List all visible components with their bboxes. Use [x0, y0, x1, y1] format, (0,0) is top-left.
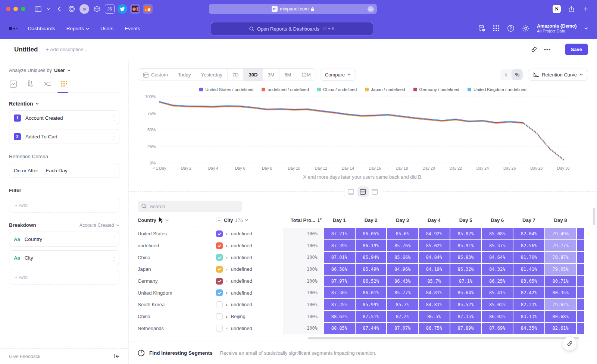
view-table-only-button[interactable] [369, 186, 381, 197]
retention-cell[interactable]: 85.64% [450, 287, 482, 299]
retention-cell[interactable]: 81.41% [513, 263, 545, 275]
retention-cell[interactable]: 79.62% [545, 299, 576, 311]
retention-section-header[interactable]: Retention [9, 101, 119, 107]
nav-link-dashboards[interactable]: Dashboards [28, 26, 55, 31]
expand-row-icon[interactable]: › [226, 279, 228, 283]
retention-cell[interactable]: 86.19% [355, 240, 387, 252]
chevron-down-icon[interactable] [47, 8, 50, 10]
day-column-header[interactable]: Day 3 [387, 217, 418, 223]
copy-link-icon[interactable] [531, 46, 537, 53]
country-cell[interactable]: United Kingdom [138, 290, 216, 296]
give-feedback-link[interactable]: Give Feedback [9, 354, 40, 359]
new-tab-icon[interactable] [583, 6, 588, 12]
retention-cell[interactable]: 86.75% [418, 323, 450, 335]
bird-favicon[interactable] [118, 4, 127, 14]
address-menu-icon[interactable]: ••• [368, 6, 374, 12]
breakdown-menu-icon[interactable]: ●●● [113, 235, 115, 243]
day-column-header[interactable]: Day 2 [355, 217, 387, 223]
retention-cell[interactable]: 79.05% [545, 263, 576, 275]
retention-cell[interactable]: 82.56% [513, 240, 545, 252]
retention-cell[interactable]: 88.85% [323, 323, 355, 335]
legend-item[interactable]: China / undefined [317, 87, 357, 92]
retention-cell[interactable]: 85.66% [387, 251, 418, 263]
collapse-sidebar-icon[interactable] [114, 354, 119, 359]
legend-item[interactable]: United States / undefined [199, 87, 253, 92]
retention-cell[interactable]: 85.7% [387, 299, 418, 311]
retention-line-chart[interactable]: 100%75%50%25%0%< 1 DayDay 2Day 4Day 6Day… [129, 94, 597, 173]
retention-cell[interactable]: 83.13% [513, 311, 545, 323]
expand-row-icon[interactable]: › [226, 244, 228, 248]
retention-cell[interactable]: 85.91% [450, 240, 482, 252]
expand-row-icon[interactable]: › [226, 232, 228, 236]
retention-cell[interactable]: 87.51% [355, 311, 387, 323]
city-column-header[interactable]: – City176 [216, 217, 283, 223]
add-filter-button[interactable]: + Add [9, 198, 119, 213]
expand-row-icon[interactable]: › [226, 291, 228, 295]
country-cell[interactable]: Germany [138, 278, 216, 284]
criteria-value-1[interactable]: On or After [14, 168, 38, 173]
mixpanel-logo[interactable] [9, 27, 18, 30]
retention-cell[interactable]: 85.52% [450, 299, 482, 311]
select-all-checkbox[interactable]: – [216, 217, 222, 223]
retention-cell[interactable]: 84.64% [481, 251, 513, 263]
range-3m[interactable]: 3M [263, 69, 279, 81]
address-bar[interactable]: mixpanel.com ••• [209, 4, 377, 14]
range-7d[interactable]: 7D [228, 69, 244, 81]
country-cell[interactable]: China [138, 255, 216, 260]
horizontal-scrollbar[interactable] [308, 337, 579, 339]
report-title[interactable]: Untitled [14, 46, 38, 53]
city-cell[interactable]: undefined [231, 278, 252, 284]
range-yesterday[interactable]: Yesterday [196, 69, 228, 81]
row-checkbox[interactable] [216, 254, 223, 261]
segments-title[interactable]: Find Interesting Segments [149, 350, 213, 356]
vertical-scrollbar[interactable] [593, 208, 595, 225]
city-cell[interactable]: undefined [231, 290, 252, 296]
city-cell[interactable]: undefined [231, 302, 252, 307]
nav-link-events[interactable]: Events [125, 26, 140, 31]
retention-cell[interactable]: 87.21% [323, 228, 355, 240]
retention-cell[interactable]: 84.83% [418, 299, 450, 311]
expand-row-icon[interactable]: › [226, 302, 228, 307]
city-cell[interactable]: undefined [231, 266, 252, 272]
legend-item[interactable]: undefined / undefined [262, 87, 309, 92]
help-icon[interactable] [507, 25, 515, 32]
cube-favicon[interactable] [92, 4, 102, 14]
retention-cell[interactable]: 85.77% [387, 287, 418, 299]
retention-cell[interactable]: 79.49% [545, 228, 576, 240]
expand-row-icon[interactable]: › [226, 267, 228, 272]
criteria-value-2[interactable]: Each Day [46, 168, 68, 173]
breakdown-menu-icon[interactable]: ●●● [113, 254, 115, 262]
retention-cell[interactable]: 84.81% [418, 287, 450, 299]
retention-cell[interactable]: 78.87% [545, 251, 576, 263]
retention-cell[interactable]: 85.76% [387, 240, 418, 252]
retention-cell[interactable]: 86.58% [323, 263, 355, 275]
retention-cell[interactable]: 88.62% [323, 311, 355, 323]
retention-cell[interactable]: 85.08% [481, 228, 513, 240]
save-button[interactable]: Save [565, 44, 588, 55]
retention-cell[interactable]: 87.07% [387, 323, 418, 335]
retention-cell[interactable]: 87.39% [323, 240, 355, 252]
retention-cell[interactable]: 87.2% [387, 311, 418, 323]
tab-retention[interactable] [61, 81, 68, 88]
country-cell[interactable]: United States [138, 231, 216, 236]
legend-item[interactable]: Germany / undefined [413, 87, 459, 92]
row-checkbox[interactable] [216, 230, 223, 237]
breakdown-scope-select[interactable]: Account Created [79, 223, 119, 228]
chart-type-button[interactable]: Retention Curve [528, 69, 588, 81]
retention-cell[interactable]: 85.94% [355, 251, 387, 263]
view-chart-only-button[interactable] [346, 186, 357, 197]
minimize-window-button[interactable] [13, 7, 18, 11]
add-breakdown-button[interactable]: + Add [9, 270, 119, 285]
nav-link-reports[interactable]: Reports [66, 26, 89, 31]
view-split-button[interactable] [357, 186, 369, 197]
retention-cell[interactable]: 84.92% [418, 228, 450, 240]
country-cell[interactable]: undefined [138, 243, 216, 248]
table-search[interactable] [138, 201, 242, 212]
step-menu-icon[interactable]: ●●● [113, 132, 115, 141]
criteria-card[interactable]: On or After Each Day [9, 163, 119, 178]
retention-cell[interactable]: 84.96% [387, 263, 418, 275]
day-column-header[interactable]: Day 4 [418, 217, 450, 223]
retention-step-2[interactable]: 2 Added To Cart ●●● [9, 129, 119, 144]
row-checkbox[interactable] [216, 313, 223, 320]
retention-cell[interactable]: 85.37% [481, 240, 513, 252]
